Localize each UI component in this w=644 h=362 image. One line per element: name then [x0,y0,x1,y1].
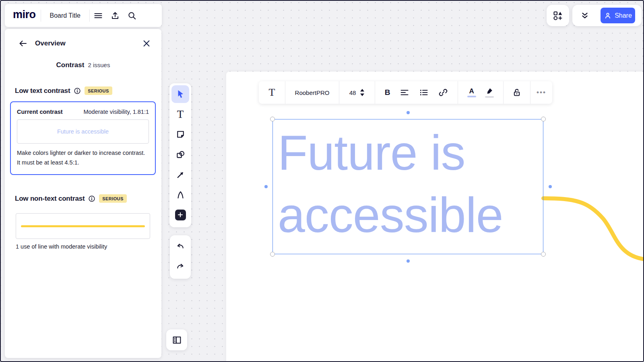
more-tools-button[interactable] [171,205,189,225]
text-style-icon: T [269,86,275,99]
arrow-left-icon [18,39,28,48]
connector-dot-top[interactable] [407,111,410,114]
connector-dot-right[interactable] [549,185,552,188]
low-nontext-contrast-header: Low non-text contrast SERIOUS [15,194,127,203]
main-menu-button[interactable] [90,7,107,24]
accessibility-panel: Overview Contrast 2 issues Low text cont… [5,29,161,358]
sticky-note-tool[interactable] [171,124,189,144]
yellow-line-sample [21,225,145,227]
collapse-toolbar-button[interactable] [576,7,593,24]
sticky-note-icon [175,130,186,140]
highlight-button[interactable] [485,88,494,98]
canvas-text-line2: accessible [278,184,543,247]
history-toolbar [170,235,191,279]
share-label: Share [615,12,632,19]
resize-handle-bottom-right[interactable] [541,252,546,257]
contrast-issue-description: Make colors lighter or darker to increas… [17,148,149,167]
apps-panel-button[interactable] [547,5,569,26]
info-icon[interactable] [73,87,81,95]
redo-icon [175,262,185,272]
close-icon [142,39,151,48]
low-text-contrast-title: Low text contrast [15,87,70,95]
font-size-value: 48 [349,89,356,96]
font-size-control[interactable]: 48 [339,81,375,104]
undo-button[interactable] [171,237,189,257]
contrast-ratio-value: Moderate visibility, 1.81:1 [83,109,149,115]
line-issue-caption: 1 use of line with moderate visibility [16,243,107,250]
search-button[interactable] [124,7,140,24]
lock-button[interactable] [504,81,530,104]
text-color-letter: A [469,88,474,95]
severity-badge: SERIOUS [85,86,112,95]
panel-header: Overview [5,29,161,58]
issues-count: 2 issues [88,62,110,68]
shapes-tool[interactable] [171,144,189,165]
text-contrast-issue-card[interactable]: Current contrast Moderate visibility, 1.… [10,101,156,175]
apps-icon [553,10,563,21]
text-style-button[interactable]: T [259,81,285,104]
text-color-button[interactable]: A [467,88,476,97]
export-icon [110,11,120,21]
person-icon [604,12,612,20]
contrast-heading: Contrast [56,61,85,69]
select-tool[interactable] [171,85,189,103]
connector-tool[interactable] [171,165,189,185]
resize-handle-top-left[interactable] [270,117,275,121]
arrow-icon [175,170,186,180]
highlight-color-swatch [485,96,494,98]
miro-logo[interactable]: miro [10,8,41,23]
highlighter-icon [485,88,494,95]
current-contrast-label: Current contrast [17,109,63,115]
search-icon [127,11,137,21]
miro-board-screen: Future is accessible T RoobertPRO 48 B [0,0,644,362]
severity-badge: SERIOUS [99,194,126,203]
link-icon[interactable] [438,88,448,97]
text-tool[interactable]: T [171,104,189,124]
ellipsis-icon: ••• [537,88,546,97]
connector-dot-bottom[interactable] [407,259,410,263]
share-button[interactable]: Share [601,8,635,23]
current-contrast-row: Current contrast Moderate visibility, 1.… [11,102,155,115]
export-button[interactable] [107,7,124,24]
more-options-button[interactable]: ••• [530,81,552,104]
cursor-icon [175,89,186,99]
canvas-text-line1: Future is [278,122,543,184]
resize-handle-top-right[interactable] [541,117,546,121]
text-tool-icon: T [177,108,184,121]
contrast-preview-box: Future is accessible [17,119,149,144]
line-contrast-preview-box[interactable] [16,213,150,239]
unlock-icon [512,88,522,97]
font-family-select[interactable]: RoobertPRO [285,81,339,104]
close-panel-button[interactable] [140,37,153,49]
frames-panel-button[interactable] [166,329,187,350]
color-tools-group: A [458,81,504,104]
connector-dot-left[interactable] [264,185,268,188]
plus-icon [175,210,186,220]
pen-tool[interactable] [171,185,189,205]
shapes-icon [175,150,186,160]
canvas-text[interactable]: Future is accessible [273,119,543,247]
bold-button[interactable]: B [385,88,390,97]
text-color-swatch [467,96,476,97]
text-format-toolbar: T RoobertPRO 48 B [259,81,552,104]
low-nontext-contrast-title: Low non-text contrast [15,195,85,203]
resize-handle-bottom-left[interactable] [270,252,275,257]
bullet-list-icon[interactable] [419,88,429,97]
font-family-value: RoobertPRO [295,89,330,96]
selected-text-element[interactable]: Future is accessible [272,119,543,254]
redo-button[interactable] [171,257,189,277]
share-group: Share [572,5,642,26]
back-button[interactable] [17,37,29,49]
low-text-contrast-header: Low text contrast SERIOUS [15,86,112,95]
align-left-icon[interactable] [400,88,409,97]
info-icon[interactable] [88,195,96,203]
contrast-preview-text: Future is accessible [57,128,109,135]
font-size-stepper-icon[interactable] [360,88,365,97]
double-chevron-down-icon [580,11,590,21]
text-format-group: B [375,81,458,104]
frames-icon [172,335,182,345]
board-title[interactable]: Board Title [41,12,89,19]
menu-icon [93,11,103,21]
pen-icon [175,190,186,200]
board-header: miro Board Title [5,4,162,27]
